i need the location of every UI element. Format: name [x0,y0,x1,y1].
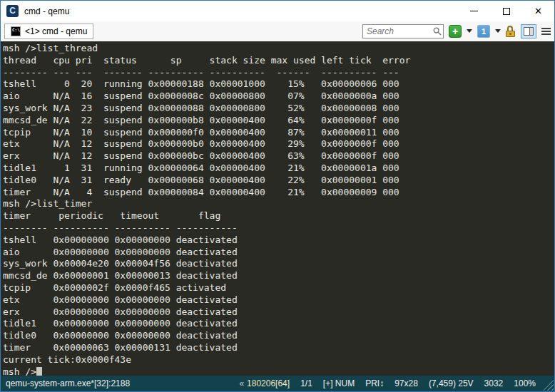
toolbar: 1 [362,24,551,38]
minimize-icon [470,11,478,11]
active-console-button[interactable]: 1 [477,25,490,38]
conemu-window: cmd - qemu ✕ <1> cmd - qemu 1 [0,0,555,392]
lock-icon [506,26,516,37]
close-icon: ✕ [534,6,542,16]
search-icon [433,27,442,36]
guillemet-icon: « [239,378,244,388]
window-panel-icon [524,27,534,36]
prompt-text: msh /> [3,366,36,376]
window-controls: ✕ [458,1,554,21]
titlebar[interactable]: cmd - qemu ✕ [1,1,554,21]
search-input[interactable] [362,24,444,38]
console-list-chevron-down-icon[interactable] [495,29,501,33]
window-title: cmd - qemu [24,6,69,16]
search-box [362,24,444,38]
close-button[interactable]: ✕ [522,1,554,21]
status-priority[interactable]: PRI↕ [365,378,384,388]
status-pane-count[interactable]: 1/1 [300,378,312,388]
process-info[interactable]: qemu-system-arm.exe*[32]:2188 [6,378,130,388]
view-toggle-button[interactable] [521,24,536,38]
status-zoom[interactable]: 100% [514,378,536,388]
maximize-button[interactable] [490,1,522,21]
tab-label: <1> cmd - qemu [25,26,87,36]
status-right: «180206[64] 1/1 [+] NUM PRI↕ 97x28 (7,45… [239,378,554,388]
cursor-block [36,367,42,376]
conemu-app-icon [6,5,19,17]
tabbar: <1> cmd - qemu 1 [1,21,554,41]
scroll-counter[interactable]: «180206[64] [239,378,290,388]
hamburger-icon [541,28,551,29]
new-console-button[interactable] [449,25,462,38]
status-keyboard-flags[interactable]: [+] NUM [323,378,355,388]
status-cursor-info[interactable]: (7,459) 25V [429,378,474,388]
status-console-size[interactable]: 97x28 [394,378,418,388]
console-tab[interactable]: <1> cmd - qemu [4,24,93,39]
maximize-icon [503,8,510,15]
cmd-icon [11,26,21,36]
prompt-line: msh /> [3,366,554,376]
new-console-chevron-down-icon[interactable] [467,29,472,33]
terminal-output: msh />list_thread thread cpu pri status … [3,43,554,366]
menu-button[interactable] [541,28,551,35]
statusbar: qemu-system-arm.exe*[32]:2188 «180206[64… [1,376,554,391]
status-value[interactable]: 3032 [484,378,504,388]
lock-button[interactable] [506,26,516,37]
minimize-button[interactable] [458,1,490,21]
terminal[interactable]: msh />list_thread thread cpu pri status … [1,41,554,376]
